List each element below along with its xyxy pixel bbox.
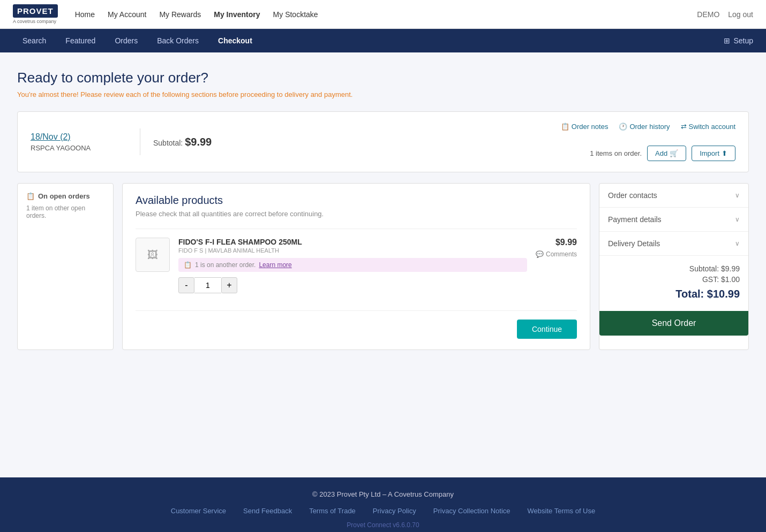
order-contacts-section[interactable]: Order contacts ∨ [599, 184, 748, 208]
order-action-links: 📋 Order notes 🕐 Order history ⇄ Switch a… [561, 123, 735, 131]
footer: © 2023 Provet Pty Ltd – A Covetrus Compa… [0, 477, 766, 532]
product-price-col: $9.99 💬 Comments [536, 238, 577, 258]
qty-decrease-button[interactable]: - [178, 277, 194, 293]
nav-my-account[interactable]: My Account [108, 10, 146, 19]
order-notes-icon: 📋 [561, 123, 569, 131]
payment-details-section[interactable]: Payment details ∨ [599, 208, 748, 232]
qty-input[interactable] [194, 277, 221, 293]
top-nav: PROVET A covetrus company Home My Accoun… [0, 0, 766, 29]
nav-my-rewards[interactable]: My Rewards [159, 10, 201, 19]
delivery-details-section[interactable]: Delivery Details ∨ [599, 232, 748, 256]
footer-links: Customer Service Send Feedback Terms of … [13, 507, 753, 515]
page-subtitle: You're almost there! Please review each … [17, 90, 749, 98]
nav-my-inventory[interactable]: My Inventory [214, 10, 260, 19]
switch-account-icon: ⇄ [681, 123, 687, 131]
qty-increase-button[interactable]: + [221, 277, 237, 293]
footer-version: Provet Connect v6.6.0.70 [13, 521, 753, 529]
summary-total-row: Total: $10.99 [608, 288, 740, 300]
product-image: 🖼 [136, 238, 170, 272]
chevron-down-icon-3: ∨ [735, 240, 740, 247]
order-buttons: 1 items on order. Add 🛒 Import ⬆ [590, 146, 735, 161]
switch-account-link[interactable]: ⇄ Switch account [681, 123, 735, 131]
order-card-top: 18/Nov (2) RSPCA YAGOONA Subtotal: $9.99… [31, 123, 735, 161]
subnav-back-orders[interactable]: Back Orders [147, 29, 208, 52]
subnav-orders[interactable]: Orders [105, 29, 147, 52]
subnav-featured[interactable]: Featured [56, 29, 105, 52]
demo-link[interactable]: DEMO [697, 10, 719, 19]
page-title: Ready to complete your order? [17, 70, 749, 86]
setup-icon: ⊞ [724, 36, 730, 45]
import-label: Import [700, 149, 719, 157]
summary-total-label: Total: [675, 288, 704, 300]
product-price: $9.99 [555, 238, 577, 247]
product-image-placeholder: 🖼 [147, 249, 158, 261]
open-orders-panel: 📋 On open orders 1 item on other open or… [17, 183, 114, 350]
chevron-down-icon-2: ∨ [735, 216, 740, 223]
warning-icon: 📋 [184, 261, 192, 269]
order-notes-link[interactable]: 📋 Order notes [561, 123, 609, 131]
product-name: FIDO'S F-I FLEA SHAMPOO 250ML [178, 238, 527, 246]
comment-label: Comments [546, 250, 577, 258]
logout-link[interactable]: Log out [728, 10, 753, 19]
logo-sub: A covetrus company [13, 19, 58, 24]
footer-privacy-policy[interactable]: Privacy Policy [373, 507, 416, 515]
footer-privacy-collection-notice[interactable]: Privacy Collection Notice [433, 507, 510, 515]
nav-my-stocktake[interactable]: My Stocktake [273, 10, 318, 19]
main-content: Ready to complete your order? You're alm… [0, 52, 766, 477]
order-contacts-label: Order contacts [608, 191, 657, 200]
payment-details-label: Payment details [608, 215, 662, 224]
order-date-link[interactable]: 18/Nov (2) [31, 132, 71, 141]
footer-customer-service[interactable]: Customer Service [171, 507, 226, 515]
continue-row: Continue [136, 310, 577, 339]
chevron-down-icon: ∨ [735, 192, 740, 199]
warning-text: 1 is on another order. [195, 261, 256, 269]
add-button[interactable]: Add 🛒 [647, 146, 686, 161]
footer-website-terms[interactable]: Website Terms of Use [528, 507, 596, 515]
products-panel: Available products Please check that all… [122, 183, 590, 350]
sub-nav-links: Search Featured Orders Back Orders Check… [13, 29, 724, 52]
setup-label: Setup [733, 36, 753, 45]
summary-subtotal-value: $9.99 [721, 264, 740, 273]
footer-copyright: © 2023 Provet Pty Ltd – A Covetrus Compa… [13, 490, 753, 498]
send-order-button[interactable]: Send Order [599, 311, 748, 336]
summary-subtotal-row: Subtotal: $9.99 [608, 264, 740, 273]
cart-icon: 🛒 [670, 149, 678, 157]
open-orders-icon: 📋 [26, 192, 35, 200]
import-button[interactable]: Import ⬆ [692, 146, 735, 161]
open-orders-title: 📋 On open orders [26, 192, 104, 200]
footer-send-feedback[interactable]: Send Feedback [243, 507, 292, 515]
product-comments[interactable]: 💬 Comments [536, 250, 577, 258]
import-icon: ⬆ [722, 149, 727, 157]
summary-total-value: $10.99 [707, 288, 740, 300]
order-history-link[interactable]: 🕐 Order history [619, 123, 670, 131]
delivery-details-label: Delivery Details [608, 239, 660, 248]
continue-button[interactable]: Continue [517, 320, 577, 339]
order-card: 18/Nov (2) RSPCA YAGOONA Subtotal: $9.99… [17, 111, 749, 172]
subnav-search[interactable]: Search [13, 29, 56, 52]
order-info: 18/Nov (2) RSPCA YAGOONA [31, 132, 127, 152]
items-on-order-label: 1 items on order. [590, 149, 642, 157]
order-account: RSPCA YAGOONA [31, 144, 127, 152]
footer-terms-of-trade[interactable]: Terms of Trade [309, 507, 356, 515]
top-nav-right: DEMO Log out [697, 10, 753, 19]
learn-more-link[interactable]: Learn more [259, 261, 291, 269]
order-subtotal: Subtotal: $9.99 [153, 136, 548, 148]
open-orders-text: 1 item on other open orders. [26, 204, 104, 219]
qty-control: - + [178, 277, 527, 293]
product-warning: 📋 1 is on another order. Learn more [178, 258, 527, 272]
nav-home[interactable]: Home [75, 10, 95, 19]
summary-gst-row: GST: $1.00 [608, 275, 740, 284]
summary-subtotal-label: Subtotal: [689, 264, 719, 273]
summary-panel: Order contacts ∨ Payment details ∨ Deliv… [599, 183, 749, 350]
top-nav-links: Home My Account My Rewards My Inventory … [75, 10, 697, 19]
order-history-icon: 🕐 [619, 123, 627, 131]
subnav-checkout[interactable]: Checkout [208, 29, 262, 52]
products-title: Available products [136, 194, 577, 207]
order-grid: 📋 On open orders 1 item on other open or… [17, 183, 749, 350]
product-brand: FIDO F S | MAVLAB ANIMAL HEALTH [178, 247, 527, 254]
logo-area: PROVET A covetrus company [13, 4, 58, 24]
add-label: Add [655, 149, 667, 157]
setup-link[interactable]: ⊞ Setup [724, 29, 753, 52]
products-subtitle: Please check that all quantities are cor… [136, 210, 577, 218]
summary-totals: Subtotal: $9.99 GST: $1.00 Total: $10.99 [599, 256, 748, 309]
